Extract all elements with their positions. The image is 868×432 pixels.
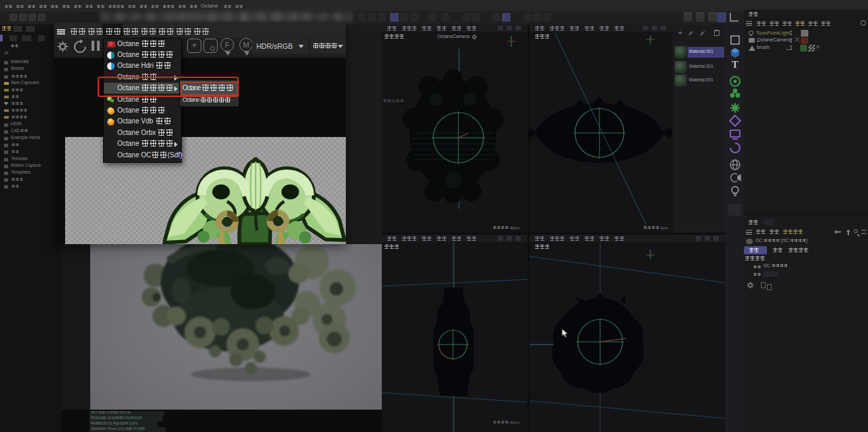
svg-text:T: T bbox=[732, 60, 738, 70]
